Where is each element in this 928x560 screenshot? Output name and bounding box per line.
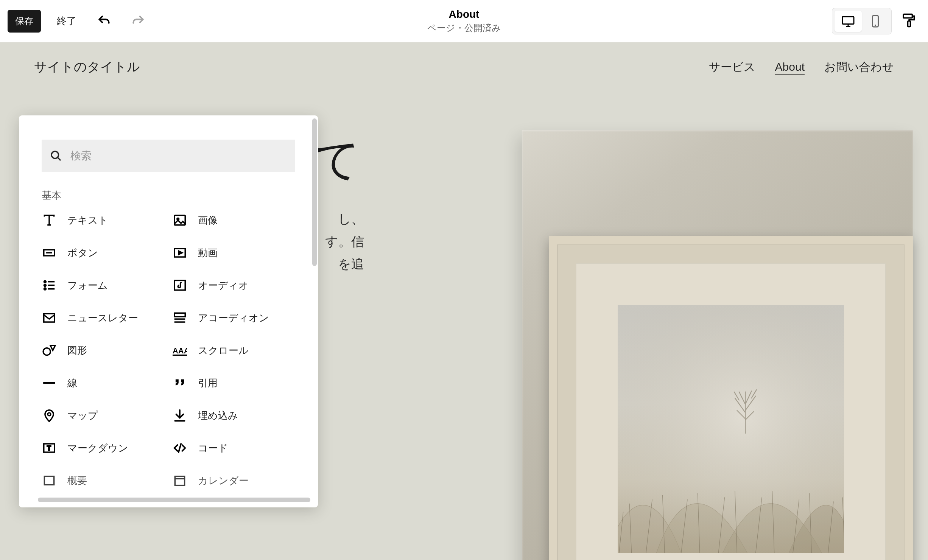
block-item-markdown[interactable]: T マークダウン [42,440,165,456]
top-bar-center: About ページ・公開済み [427,8,501,34]
block-label: カレンダー [198,474,249,487]
block-label: 動画 [198,246,218,260]
hero-image-block[interactable] [522,130,913,560]
svg-rect-50 [174,313,185,317]
exit-button[interactable]: 終了 [51,11,82,31]
block-item-quote[interactable]: 引用 [172,375,295,390]
scrollbar-thumb[interactable] [312,118,317,266]
block-label: 埋め込み [198,409,238,422]
block-item-form[interactable]: フォーム [42,278,165,293]
section-heading-basic: 基本 [42,189,295,202]
viewport-toggle [832,8,892,34]
accordion-icon [172,310,187,325]
block-item-summary[interactable]: 概要 [42,473,165,488]
page-status: ページ・公開済み [427,22,501,34]
nav-link-about[interactable]: About [775,61,805,73]
svg-rect-0 [842,17,854,24]
scrollbar-thumb[interactable] [38,498,310,502]
search-icon [50,150,62,162]
summary-icon [42,473,57,488]
text-icon [42,213,57,228]
save-button[interactable]: 保存 [8,10,41,33]
svg-rect-49 [44,314,55,322]
desktop-view-button[interactable] [835,11,862,32]
map-pin-icon [42,408,57,423]
block-picker-popover: 基本 テキスト 画像 ボタン 動画 フォーム [19,115,318,507]
block-grid: テキスト 画像 ボタン 動画 フォーム オーディオ [42,213,295,488]
popover-vertical-scrollbar[interactable] [311,118,317,467]
site-header: サイトのタイトル サービス About お問い合わせ [0,42,928,92]
redo-button[interactable] [126,11,150,31]
svg-point-46 [44,288,46,290]
top-bar-left: 保存 終了 [8,10,150,33]
block-label: コード [198,442,228,455]
search-input[interactable] [70,150,287,162]
svg-rect-64 [44,476,54,485]
svg-point-42 [44,281,46,283]
svg-marker-54 [50,345,55,350]
svg-line-33 [58,157,61,160]
block-item-video[interactable]: 動画 [172,245,295,260]
popover-horizontal-scrollbar[interactable] [38,496,299,503]
calendar-icon [172,473,187,488]
svg-point-32 [51,151,59,159]
block-item-line[interactable]: 線 [42,375,165,390]
quote-icon [172,375,187,390]
redo-icon [131,14,145,28]
svg-rect-5 [903,14,912,18]
style-paint-button[interactable] [898,9,920,33]
block-item-code[interactable]: コード [172,440,295,456]
block-label: アコーディオン [198,311,269,325]
svg-rect-36 [174,215,185,225]
svg-point-44 [44,285,46,286]
block-item-audio[interactable]: オーディオ [172,278,295,293]
top-bar-right [832,8,920,34]
block-label: オーディオ [198,279,249,292]
svg-text:T: T [47,445,51,451]
svg-text:AAA: AAA [173,346,187,355]
block-item-scroll[interactable]: AAA スクロール [172,343,295,358]
block-item-accordion[interactable]: アコーディオン [172,310,295,325]
undo-button[interactable] [92,11,116,31]
embed-icon [172,408,187,423]
block-item-image[interactable]: 画像 [172,213,295,228]
block-label: スクロール [198,344,249,357]
button-icon [42,245,57,260]
scroll-icon: AAA [172,343,187,358]
block-search-field[interactable] [42,140,295,172]
site-nav: サービス About お問い合わせ [709,59,894,75]
page-title: About [427,8,501,20]
picture-frame [549,236,913,560]
block-item-calendar[interactable]: カレンダー [172,473,295,488]
block-label: テキスト [67,214,108,227]
svg-rect-6 [908,21,911,27]
block-label: ニュースレター [67,311,138,325]
mobile-view-button[interactable] [862,11,889,32]
block-item-shape[interactable]: 図形 [42,343,165,358]
block-label: ボタン [67,246,98,260]
undo-icon [97,14,111,28]
svg-rect-65 [175,476,184,485]
paint-roller-icon [902,13,917,28]
block-item-newsletter[interactable]: ニュースレター [42,310,165,325]
block-label: 画像 [198,214,218,227]
nav-link-services[interactable]: サービス [709,59,755,75]
desktop-icon [841,14,855,28]
block-item-embed[interactable]: 埋め込み [172,408,295,423]
svg-line-63 [179,444,181,452]
newsletter-icon [42,310,57,325]
block-item-map[interactable]: マップ [42,408,165,423]
markdown-icon: T [42,440,57,456]
svg-point-58 [48,413,51,416]
picture-mat [576,263,886,560]
mobile-icon [869,14,882,28]
artwork-image [618,305,844,553]
nav-link-contact[interactable]: お問い合わせ [824,59,894,75]
block-label: 引用 [198,376,218,390]
block-item-button[interactable]: ボタン [42,245,165,260]
block-label: マップ [67,409,98,422]
block-item-text[interactable]: テキスト [42,213,165,228]
form-icon [42,278,57,293]
shape-icon [42,343,57,358]
site-title[interactable]: サイトのタイトル [34,58,140,76]
